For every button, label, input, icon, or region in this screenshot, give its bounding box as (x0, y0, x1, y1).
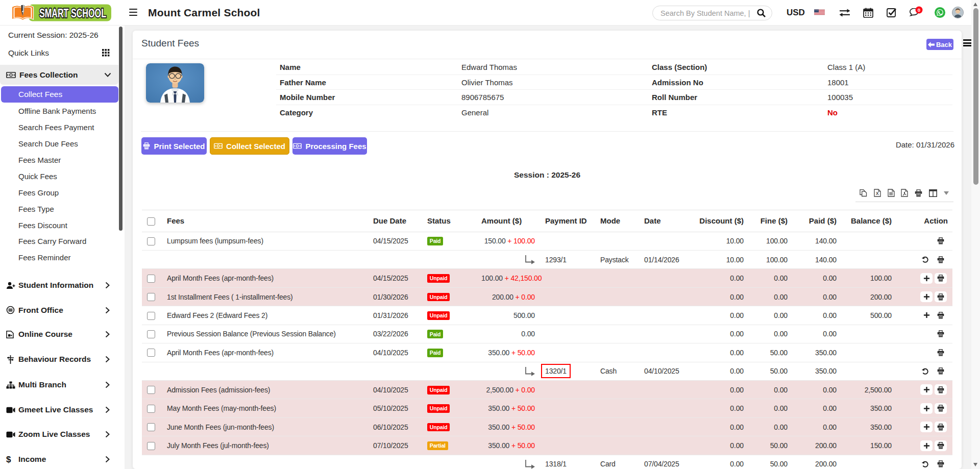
svg-text:SMART SCHOOL: SMART SCHOOL (39, 7, 106, 20)
svg-text:0: 0 (918, 7, 920, 13)
svg-text:X: X (876, 191, 879, 196)
